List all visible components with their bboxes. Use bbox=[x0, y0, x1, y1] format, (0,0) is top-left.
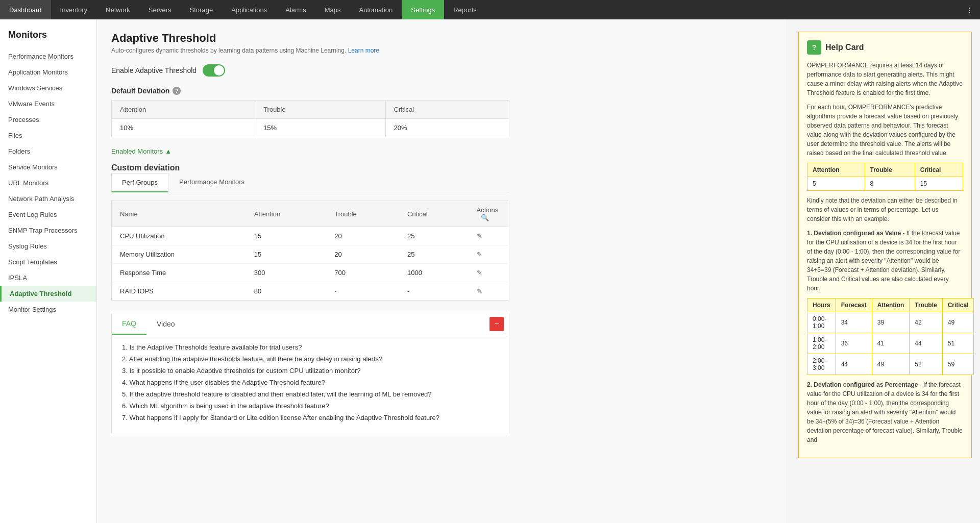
attention-0: 39 bbox=[872, 312, 910, 333]
edit-icon[interactable]: ✎ bbox=[477, 251, 482, 258]
hours-0: 0:00-1:00 bbox=[807, 312, 836, 333]
list-item[interactable]: 1. Is the Adaptive Thresholds feature av… bbox=[122, 343, 499, 351]
attention-1: 41 bbox=[872, 333, 910, 354]
faq-collapse-button[interactable]: − bbox=[489, 317, 504, 331]
nav-item-maps[interactable]: Maps bbox=[315, 0, 350, 19]
default-deviation-title: Default Deviation bbox=[111, 87, 169, 95]
nav-item-alarms[interactable]: Alarms bbox=[276, 0, 315, 19]
faq-tab-faq[interactable]: FAQ bbox=[112, 313, 146, 335]
list-item[interactable]: 7. What happens if I apply for Standard … bbox=[122, 414, 499, 421]
hours-1: 1:00-2:00 bbox=[807, 333, 836, 354]
enabled-monitors-toggle[interactable]: Enabled Monitors ▲ bbox=[111, 147, 172, 155]
sidebar-item-syslog-rules[interactable]: Syslog Rules bbox=[0, 238, 96, 254]
sidebar-item-snmp-trap-processors[interactable]: SNMP Trap Processors bbox=[0, 222, 96, 238]
row-attention: 300 bbox=[246, 264, 326, 282]
enable-label: Enable Adaptive Threshold bbox=[111, 66, 197, 74]
critical-2: 59 bbox=[942, 354, 974, 375]
edit-icon[interactable]: ✎ bbox=[477, 287, 482, 295]
nav-item-servers[interactable]: Servers bbox=[139, 0, 181, 19]
default-deviation-table: Attention Trouble Critical 10% 15% 20% bbox=[111, 100, 509, 137]
table-row: CPU Utilization 15 20 25 ✎ bbox=[112, 227, 509, 245]
row-attention: 80 bbox=[246, 282, 326, 301]
val-trouble: 15% bbox=[255, 119, 385, 137]
trouble-2: 52 bbox=[910, 354, 942, 375]
sidebar-item-adaptive-threshold[interactable]: Adaptive Threshold bbox=[0, 286, 96, 302]
nav-item-network[interactable]: Network bbox=[96, 0, 139, 19]
sidebar-item-performance-monitors[interactable]: Performance Monitors bbox=[0, 48, 96, 64]
custom-deviation-title: Custom deviation bbox=[111, 163, 772, 172]
forecast-1: 36 bbox=[836, 333, 872, 354]
critical-0: 49 bbox=[942, 312, 974, 333]
forecast-2: 44 bbox=[836, 354, 872, 375]
row-name: CPU Utilization bbox=[112, 227, 246, 245]
sidebar-item-network-path-analysis[interactable]: Network Path Analysis bbox=[0, 191, 96, 207]
table-row: Response Time 300 700 1000 ✎ bbox=[112, 264, 509, 282]
default-deviation-help-icon[interactable]: ? bbox=[173, 87, 181, 95]
col-critical: Critical bbox=[385, 101, 509, 119]
default-deviation-header: Default Deviation ? bbox=[111, 87, 772, 95]
list-item[interactable]: 2. After enabling the adaptive threshold… bbox=[122, 355, 499, 363]
nav-item-dashboard[interactable]: Dashboard bbox=[0, 0, 51, 19]
sidebar-item-ipsla[interactable]: IPSLA bbox=[0, 270, 96, 286]
search-icon[interactable]: 🔍 bbox=[481, 214, 489, 221]
forecast-0: 34 bbox=[836, 312, 872, 333]
sidebar-item-monitor-settings[interactable]: Monitor Settings bbox=[0, 302, 96, 317]
help-para-3: Kindly note that the deviation can eithe… bbox=[807, 196, 963, 223]
col-actions: Actions 🔍 bbox=[469, 201, 509, 227]
row-critical: - bbox=[399, 282, 469, 301]
page-title: Adaptive Threshold bbox=[111, 32, 772, 45]
enable-toggle[interactable] bbox=[203, 64, 225, 77]
faq-content: 1. Is the Adaptive Thresholds feature av… bbox=[112, 335, 509, 434]
sidebar-item-script-templates[interactable]: Script Templates bbox=[0, 254, 96, 270]
sidebar-item-windows-services[interactable]: Windows Services bbox=[0, 80, 96, 96]
help-deviation-table: Attention Trouble Critical 5 8 15 bbox=[807, 163, 963, 191]
custom-deviation-tabs: Perf Groups Performance Monitors bbox=[111, 172, 509, 192]
row-trouble: 20 bbox=[326, 245, 399, 264]
col-attention: Attention bbox=[112, 101, 255, 119]
trouble-1: 44 bbox=[910, 333, 942, 354]
tab-perf-groups[interactable]: Perf Groups bbox=[111, 173, 168, 192]
sidebar-item-service-monitors[interactable]: Service Monitors bbox=[0, 159, 96, 175]
list-item[interactable]: 6. Which ML algorithm is being used in t… bbox=[122, 402, 499, 410]
layout: Monitors Performance Monitors Applicatio… bbox=[0, 19, 980, 523]
list-item[interactable]: 5. If the adaptive threshold feature is … bbox=[122, 390, 499, 398]
nav-item-applications[interactable]: Applications bbox=[222, 0, 276, 19]
nav-more-icon[interactable]: ⋮ bbox=[959, 6, 980, 14]
sidebar-item-processes[interactable]: Processes bbox=[0, 112, 96, 128]
sidebar-item-application-monitors[interactable]: Application Monitors bbox=[0, 64, 96, 80]
sidebar-item-folders[interactable]: Folders bbox=[0, 143, 96, 159]
faq-tab-video[interactable]: Video bbox=[146, 314, 185, 334]
help-col-trouble: Trouble bbox=[865, 163, 915, 177]
col-trouble: Trouble bbox=[326, 201, 399, 227]
nav-item-reports[interactable]: Reports bbox=[444, 0, 486, 19]
row-critical: 25 bbox=[399, 245, 469, 264]
col-critical: Critical bbox=[399, 201, 469, 227]
nav-item-settings[interactable]: Settings bbox=[402, 0, 444, 19]
help-para-2: For each hour, OPMPERFORMANCE's predicti… bbox=[807, 103, 963, 158]
sidebar-item-event-log-rules[interactable]: Event Log Rules bbox=[0, 207, 96, 222]
list-item[interactable]: 3. Is it possible to enable Adaptive thr… bbox=[122, 367, 499, 375]
table-row: 2:00-3:00 44 49 52 59 bbox=[807, 354, 974, 375]
table-row: RAID IOPS 80 - - ✎ bbox=[112, 282, 509, 301]
nav-item-automation[interactable]: Automation bbox=[350, 0, 402, 19]
learn-more-link[interactable]: Learn more bbox=[348, 47, 379, 54]
row-attention: 15 bbox=[246, 245, 326, 264]
hours-2: 2:00-3:00 bbox=[807, 354, 836, 375]
nav-item-inventory[interactable]: Inventory bbox=[51, 0, 96, 19]
tab-performance-monitors[interactable]: Performance Monitors bbox=[168, 172, 255, 192]
sidebar-item-url-monitors[interactable]: URL Monitors bbox=[0, 175, 96, 191]
help-hours-col-forecast: Forecast bbox=[836, 298, 872, 312]
sidebar-item-files[interactable]: Files bbox=[0, 128, 96, 143]
help-deviation-pct: 2. Deviation configured as Percentage - … bbox=[807, 380, 963, 444]
edit-icon[interactable]: ✎ bbox=[477, 269, 482, 277]
row-name: Response Time bbox=[112, 264, 246, 282]
row-critical: 1000 bbox=[399, 264, 469, 282]
row-name: Memory Utilization bbox=[112, 245, 246, 264]
col-name: Name bbox=[112, 201, 246, 227]
edit-icon[interactable]: ✎ bbox=[477, 232, 482, 240]
help-para-1: OPMPERFORMANCE requires at least 14 days… bbox=[807, 61, 963, 97]
nav-item-storage[interactable]: Storage bbox=[181, 0, 223, 19]
sidebar-item-vmware-events[interactable]: VMware Events bbox=[0, 96, 96, 112]
list-item[interactable]: 4. What happens if the user disables the… bbox=[122, 379, 499, 386]
sidebar-title: Monitors bbox=[0, 24, 96, 48]
